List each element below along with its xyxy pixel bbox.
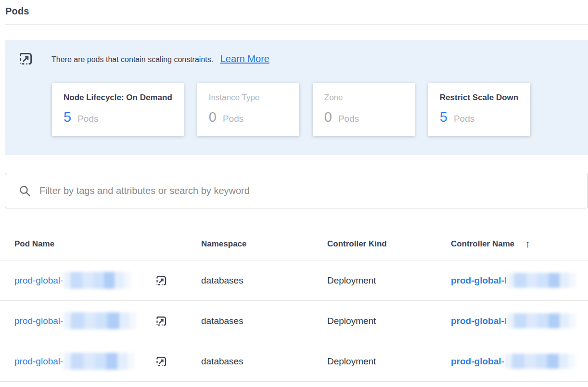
table-row: prod-global- databases Deployment prod-g… <box>0 260 588 301</box>
card-count-unit: Pods <box>338 114 359 124</box>
scale-out-icon[interactable] <box>155 274 168 287</box>
controller-name-link[interactable]: prod-global-l <box>451 275 507 286</box>
card-title: Node Lifecycle: On Demand <box>64 93 172 103</box>
column-header-controller-name[interactable]: Controller Name ↑ <box>451 238 588 250</box>
table-row: prod-global- databases Deployment prod-g… <box>0 301 588 341</box>
card-count-value: 0 <box>209 110 217 124</box>
pods-page: Pods There are pods that contain scaling… <box>0 0 588 387</box>
redacted-text <box>64 272 131 289</box>
namespace-cell: databases <box>201 275 327 286</box>
card-count-value: 0 <box>324 110 332 124</box>
banner-message: There are pods that contain scaling cons… <box>51 55 213 64</box>
pod-name-cell: prod-global- <box>14 272 201 289</box>
controller-name-cell: prod-global-l <box>451 273 588 288</box>
controller-name-link[interactable]: prod-global- <box>451 356 504 367</box>
filter-bar[interactable] <box>5 173 588 208</box>
constraint-card-zone[interactable]: Zone 0 Pods <box>313 83 415 136</box>
card-count: 0 Pods <box>324 110 403 124</box>
constraint-card-node-lifecycle[interactable]: Node Lifecycle: On Demand 5 Pods <box>52 83 184 136</box>
constraint-cards: Node Lifecycle: On Demand 5 Pods Instanc… <box>52 83 588 136</box>
pod-name-link[interactable]: prod-global- <box>14 275 63 286</box>
pod-name-cell: prod-global- <box>14 312 201 329</box>
redacted-text <box>64 353 135 370</box>
pod-name-link[interactable]: prod-global- <box>14 316 63 326</box>
column-header-namespace[interactable]: Namespace <box>201 239 327 249</box>
controller-kind-cell: Deployment <box>327 275 451 286</box>
card-count-value: 5 <box>440 110 447 124</box>
namespace-cell: databases <box>201 356 327 367</box>
column-header-controller-kind[interactable]: Controller Kind <box>327 239 451 249</box>
search-icon <box>18 184 31 197</box>
table-row: prod-global- databases Deployment prod-g… <box>0 341 588 382</box>
header-divider <box>5 24 588 25</box>
card-count-unit: Pods <box>77 114 98 124</box>
pods-table: Pod Name Namespace Controller Kind Contr… <box>0 228 588 382</box>
banner-header: There are pods that contain scaling cons… <box>18 51 588 67</box>
namespace-cell: databases <box>201 316 327 326</box>
controller-name-link[interactable]: prod-global-l <box>451 316 507 326</box>
card-count: 5 Pods <box>64 110 172 124</box>
learn-more-link[interactable]: Learn More <box>220 53 269 64</box>
card-title: Zone <box>324 93 403 103</box>
redacted-text <box>505 354 575 369</box>
card-count: 0 Pods <box>209 110 288 124</box>
scale-out-icon[interactable] <box>155 355 168 368</box>
redacted-text <box>64 312 137 329</box>
card-count-unit: Pods <box>223 114 243 124</box>
scaling-constraints-banner: There are pods that contain scaling cons… <box>5 40 588 155</box>
scale-out-icon[interactable] <box>155 314 168 327</box>
scale-out-icon <box>18 51 34 67</box>
card-count-unit: Pods <box>454 114 474 124</box>
controller-name-cell: prod-global- <box>451 354 588 369</box>
redacted-text <box>507 273 576 288</box>
redacted-text <box>507 313 576 328</box>
table-header-row: Pod Name Namespace Controller Kind Contr… <box>0 228 588 260</box>
controller-name-cell: prod-global-l <box>451 313 588 328</box>
table-body: prod-global- databases Deployment prod-g… <box>0 260 588 382</box>
column-header-pod-name[interactable]: Pod Name <box>14 239 201 249</box>
pod-name-cell: prod-global- <box>14 353 201 370</box>
card-count-value: 5 <box>64 110 71 124</box>
controller-kind-cell: Deployment <box>327 356 451 367</box>
banner-text: There are pods that contain scaling cons… <box>51 53 269 64</box>
constraint-card-restrict-scale-down[interactable]: Restrict Scale Down 5 Pods <box>428 83 530 136</box>
filter-input[interactable] <box>39 185 588 196</box>
card-count: 5 Pods <box>440 110 519 124</box>
page-title: Pods <box>0 0 588 17</box>
constraint-card-instance-type[interactable]: Instance Type 0 Pods <box>197 83 299 136</box>
sort-ascending-icon[interactable]: ↑ <box>525 238 530 250</box>
pod-name-link[interactable]: prod-global- <box>14 356 63 367</box>
controller-kind-cell: Deployment <box>327 316 451 326</box>
card-title: Restrict Scale Down <box>440 93 519 103</box>
card-title: Instance Type <box>209 93 288 103</box>
column-header-label: Controller Name <box>451 239 514 249</box>
